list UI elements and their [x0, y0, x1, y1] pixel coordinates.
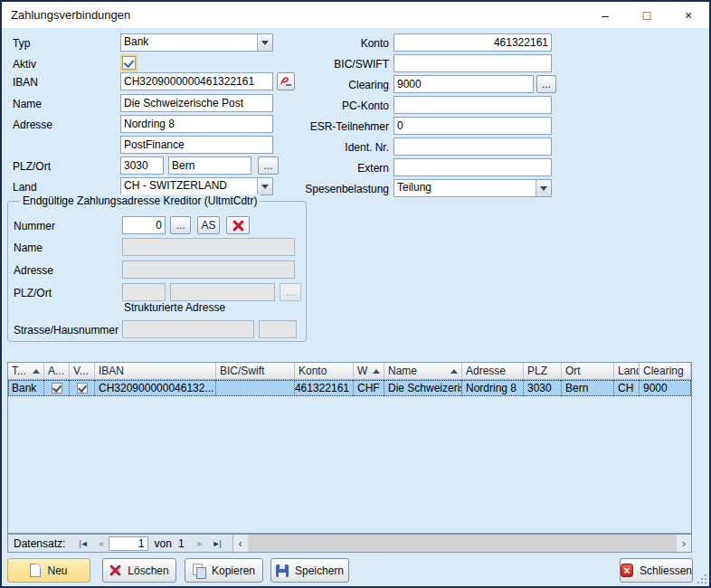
name-label: Name [13, 98, 42, 110]
maximize-button[interactable]: □ [626, 2, 668, 28]
grid-header-waehrung[interactable]: W [354, 363, 384, 379]
strukturierte-adresse-label: Strukturierte Adresse [124, 301, 225, 314]
previous-record-button[interactable]: ◄ [92, 539, 109, 548]
bic-swift-label: BIC/SWIFT [273, 58, 389, 71]
iban-input[interactable] [120, 72, 273, 90]
delete-x-icon [109, 564, 121, 576]
schliessen-button[interactable]: × Schliessen [620, 558, 693, 583]
nummer-clear-button[interactable] [226, 216, 250, 234]
adresse-line2-input[interactable] [120, 136, 273, 154]
grid-header-row: T... A... V... IBAN BIC/Swift Konto W Na… [8, 363, 691, 380]
grid-header-aktiv[interactable]: A... [44, 363, 70, 379]
grid-header-name[interactable]: Name [384, 363, 462, 379]
konto-label: Konto [273, 37, 389, 50]
cell-plz: 3030 [524, 380, 562, 396]
nummer-input[interactable] [122, 216, 166, 234]
last-record-button[interactable]: ►| [208, 539, 225, 548]
grid-header-adresse[interactable]: Adresse [462, 363, 524, 379]
grid-horizontal-scrollbar[interactable]: ‹ › [232, 535, 691, 552]
record-total: 1 [178, 537, 185, 550]
land-value: CH - SWITZERLAND [121, 178, 257, 194]
ort-input[interactable] [168, 156, 251, 175]
cell-name: Die Schweizerisc [384, 380, 462, 396]
grid-header-typ[interactable]: T... [8, 363, 44, 379]
pc-konto-input[interactable] [393, 96, 552, 114]
cell-konto: 461322161 [295, 380, 354, 396]
neu-button[interactable]: Neu [7, 558, 90, 583]
grid-header-plz[interactable]: PLZ [524, 363, 562, 379]
cell-land: CH [614, 380, 640, 396]
grid-empty-area [8, 396, 691, 534]
esr-teilnehmer-input[interactable] [393, 117, 552, 135]
resize-grip[interactable] [696, 573, 706, 583]
cell-vorschlag [70, 380, 95, 396]
spesenbelastung-dropdown-button[interactable] [536, 180, 551, 196]
next-record-button[interactable]: ► [192, 539, 208, 548]
checked-checkbox-icon [52, 383, 62, 394]
esr-teilnehmer-label: ESR-Teilnehmer [273, 120, 389, 133]
extern-input[interactable] [393, 158, 552, 176]
cell-bic [216, 380, 295, 396]
name-input[interactable] [120, 94, 273, 112]
nummer-as-button[interactable]: AS [197, 216, 220, 234]
ultmtcdtr-groupbox: Endgültige Zahlungsadresse Kreditor (Ult… [7, 201, 307, 342]
scroll-right-icon[interactable]: › [677, 535, 691, 552]
adresse-label: Adresse [13, 119, 52, 131]
record-position-input[interactable] [109, 536, 148, 551]
aktiv-checkbox[interactable] [122, 56, 136, 70]
iban-label: IBAN [13, 76, 38, 89]
adresse-line1-input[interactable] [120, 115, 273, 133]
speichern-button[interactable]: Speichern [270, 558, 349, 583]
bic-swift-input[interactable] [393, 54, 552, 72]
extern-label: Extern [273, 162, 389, 175]
spesenbelastung-combobox[interactable]: Teilung [393, 179, 552, 197]
copy-icon [193, 564, 205, 577]
grid-header-iban[interactable]: IBAN [95, 363, 216, 379]
grid-header-clearing[interactable]: Clearing [640, 363, 691, 379]
ultmt-adresse-input [122, 261, 295, 279]
ultmt-ort-input [170, 283, 275, 301]
first-record-button[interactable]: |◄ [74, 539, 91, 548]
close-button[interactable]: × [668, 2, 709, 28]
dialog-body: Typ Bank Aktiv IBAN Name Adresse PLZ/Ort… [2, 29, 709, 585]
cell-iban: CH320900000046132... [95, 380, 216, 396]
dialog-window: Zahlungsverbindungen – □ × Typ Bank Akti… [0, 0, 711, 588]
sort-asc-icon [33, 369, 40, 374]
new-document-icon [30, 564, 41, 577]
typ-dropdown-button[interactable] [257, 34, 272, 51]
minimize-button[interactable]: – [584, 2, 626, 28]
plz-input[interactable] [120, 156, 164, 175]
land-combobox[interactable]: CH - SWITZERLAND [120, 177, 273, 195]
grid-header-bic[interactable]: BIC/Swift [216, 363, 295, 379]
nummer-browse-button[interactable]: ... [170, 216, 191, 234]
checked-checkbox-icon [77, 383, 88, 394]
scrollbar-track[interactable] [248, 535, 677, 552]
typ-combobox[interactable]: Bank [120, 33, 273, 52]
ultmt-plz-ort-browse-button: ... [280, 283, 301, 301]
land-label: Land [13, 181, 37, 194]
grid-header-konto[interactable]: Konto [295, 363, 354, 379]
scroll-left-icon[interactable]: ‹ [233, 535, 248, 552]
grid-header-land[interactable]: Land [614, 363, 640, 379]
ultmt-name-input [122, 238, 295, 256]
ident-nr-input[interactable] [393, 138, 552, 156]
clearing-input[interactable] [393, 75, 534, 93]
grid-selected-row[interactable]: Bank CH320900000046132... 461322161 CHF … [8, 380, 691, 396]
hausnummer-input [259, 320, 297, 338]
spesenbelastung-value: Teilung [394, 180, 536, 196]
land-dropdown-button[interactable] [257, 178, 272, 194]
payment-connections-grid: T... A... V... IBAN BIC/Swift Konto W Na… [7, 362, 692, 534]
window-title: Zahlungsverbindungen [11, 8, 130, 22]
loeschen-button[interactable]: Löschen [102, 558, 176, 583]
clear-x-icon [232, 219, 245, 232]
grid-header-vorschlag[interactable]: V... [70, 363, 95, 379]
record-navigator-bar: Datensatz: |◄ ◄ von 1 ► ►| ‹ › [7, 534, 692, 553]
grid-header-ort[interactable]: Ort [562, 363, 614, 379]
cell-typ: Bank [8, 380, 44, 396]
konto-input[interactable] [393, 33, 552, 52]
chevron-down-icon [540, 186, 547, 191]
kopieren-button[interactable]: Kopieren [185, 558, 263, 583]
spesenbelastung-label: Spesenbelastung [273, 183, 389, 195]
title-bar: Zahlungsverbindungen – □ × [2, 2, 709, 29]
clearing-browse-button[interactable]: ... [536, 75, 556, 93]
